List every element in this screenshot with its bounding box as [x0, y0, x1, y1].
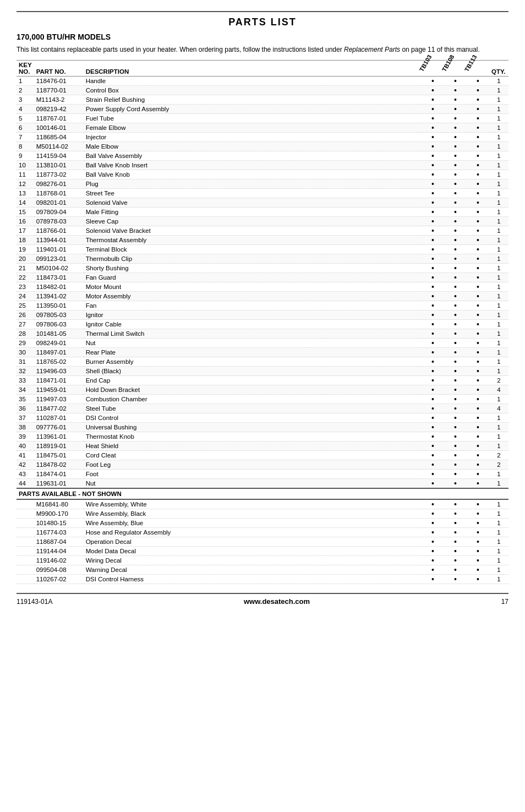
description-text: This list contains replaceable parts use… [17, 45, 508, 55]
cell-desc: Thermal Limit Switch [84, 329, 422, 339]
cell-key: 19 [17, 245, 34, 254]
cell-tb103: • [422, 499, 444, 509]
cell-tb108: • [444, 423, 467, 432]
cell-tb103: • [422, 254, 444, 264]
cell-part: 098249-01 [34, 339, 84, 348]
table-row: 3 M11143-2 Strain Relief Bushing • • • 1 [17, 95, 508, 105]
table-row: 15 097809-04 Male Fitting • • • 1 [17, 208, 508, 217]
cell-key: 22 [17, 273, 34, 282]
cell-part: 097806-03 [34, 320, 84, 329]
cell-tb113: • [467, 575, 489, 584]
table-row: 21 M50104-02 Shorty Bushing • • • 1 [17, 264, 508, 273]
cell-key: 39 [17, 432, 34, 442]
table-row: 31 118765-02 Burner Assembly • • • 1 [17, 357, 508, 367]
table-row: 26 097805-03 Ignitor • • • 1 [17, 310, 508, 320]
table-row: 6 100146-01 Female Elbow • • • 1 [17, 123, 508, 133]
col-header-key: KEYNO. [17, 61, 34, 77]
cell-desc: Ball Valve Knob [84, 170, 422, 179]
cell-qty: 1 [489, 395, 508, 404]
cell-tb108: • [444, 519, 467, 528]
cell-desc: Injector [84, 133, 422, 142]
cell-tb108: • [444, 86, 467, 95]
cell-tb103: • [422, 376, 444, 385]
cell-key: 36 [17, 404, 34, 413]
cell-key [17, 556, 34, 565]
cell-part: 110287-01 [34, 413, 84, 423]
cell-qty: 1 [489, 413, 508, 423]
page-footer: 119143-01A www.desatech.com 17 [17, 593, 508, 606]
cell-tb103: • [422, 282, 444, 292]
cell-tb103: • [422, 479, 444, 489]
col-header-desc: DESCRIPTION [84, 61, 422, 77]
cell-tb103: • [422, 292, 444, 301]
cell-tb103: • [422, 161, 444, 170]
cell-tb108: • [444, 105, 467, 114]
cell-tb108: • [444, 189, 467, 198]
footer-page: 17 [501, 598, 508, 606]
cell-key: 23 [17, 282, 34, 292]
cell-tb103: • [422, 367, 444, 376]
cell-key: 15 [17, 208, 34, 217]
cell-part: 113944-01 [34, 236, 84, 245]
footer-url: www.desatech.com [244, 597, 310, 606]
parts-table: KEYNO. PART NO. DESCRIPTION TB103 TB108 … [17, 60, 508, 584]
cell-part: 099504-08 [34, 565, 84, 575]
cell-tb108: • [444, 198, 467, 208]
cell-qty: 1 [489, 339, 508, 348]
table-row: 7 118685-04 Injector • • • 1 [17, 133, 508, 142]
cell-part: 118497-01 [34, 348, 84, 357]
cell-tb108: • [444, 301, 467, 310]
table-header-row: KEYNO. PART NO. DESCRIPTION TB103 TB108 … [17, 61, 508, 77]
cell-tb113: • [467, 565, 489, 575]
cell-tb113: • [467, 376, 489, 385]
cell-part: 118475-01 [34, 451, 84, 460]
cell-tb108: • [444, 339, 467, 348]
cell-part: 119401-01 [34, 245, 84, 254]
cell-qty: 1 [489, 367, 508, 376]
cell-tb113: • [467, 451, 489, 460]
cell-part: 098219-42 [34, 105, 84, 114]
cell-part: 118477-02 [34, 404, 84, 413]
cell-qty: 1 [489, 310, 508, 320]
cell-tb108: • [444, 142, 467, 151]
cell-qty: 1 [489, 133, 508, 142]
cell-tb103: • [422, 413, 444, 423]
table-row: 44 119631-01 Nut • • • 1 [17, 479, 508, 489]
table-row: 25 113950-01 Fan • • • 1 [17, 301, 508, 310]
cell-desc: Fuel Tube [84, 114, 422, 123]
cell-tb103: • [422, 151, 444, 161]
cell-part: M11143-2 [34, 95, 84, 105]
cell-tb113: • [467, 528, 489, 537]
cell-tb103: • [422, 105, 444, 114]
cell-qty: 1 [489, 123, 508, 133]
cell-qty: 1 [489, 509, 508, 519]
cell-tb113: • [467, 170, 489, 179]
cell-desc: Solenoid Valve Bracket [84, 226, 422, 236]
cell-tb108: • [444, 404, 467, 413]
cell-part: 113810-01 [34, 161, 84, 170]
cell-tb103: • [422, 404, 444, 413]
cell-key: 14 [17, 198, 34, 208]
table-row: 10 113810-01 Ball Valve Knob Insert • • … [17, 161, 508, 170]
cell-tb113: • [467, 114, 489, 123]
cell-tb108: • [444, 217, 467, 226]
table-row: 116774-03 Hose and Regulator Assembly • … [17, 528, 508, 537]
cell-tb103: • [422, 264, 444, 273]
cell-tb108: • [444, 575, 467, 584]
table-row: 119144-04 Model Data Decal • • • 1 [17, 547, 508, 556]
cell-desc: Solenoid Valve [84, 198, 422, 208]
table-row: 30 118497-01 Rear Plate • • • 1 [17, 348, 508, 357]
cell-tb113: • [467, 310, 489, 320]
cell-tb103: • [422, 395, 444, 404]
cell-desc: Fan Guard [84, 273, 422, 282]
cell-tb113: • [467, 245, 489, 254]
table-row: M9900-170 Wire Assembly, Black • • • 1 [17, 509, 508, 519]
cell-tb113: • [467, 301, 489, 310]
cell-tb113: • [467, 460, 489, 470]
cell-part: 114159-04 [34, 151, 84, 161]
cell-qty: 1 [489, 329, 508, 339]
cell-key [17, 565, 34, 575]
cell-tb108: • [444, 367, 467, 376]
cell-desc: Heat Shield [84, 442, 422, 451]
cell-desc: Model Data Decal [84, 547, 422, 556]
